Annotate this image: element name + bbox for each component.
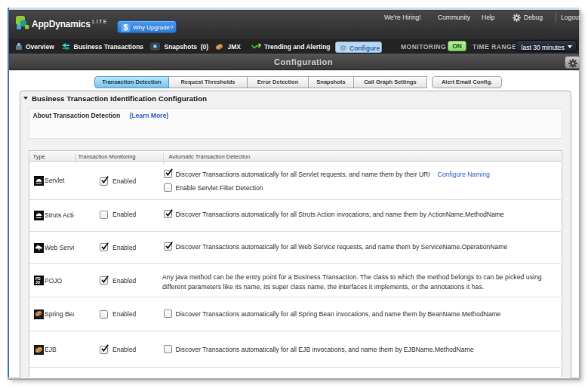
svg-text:JO: JO <box>35 281 41 285</box>
svg-text:$: $ <box>124 23 128 32</box>
